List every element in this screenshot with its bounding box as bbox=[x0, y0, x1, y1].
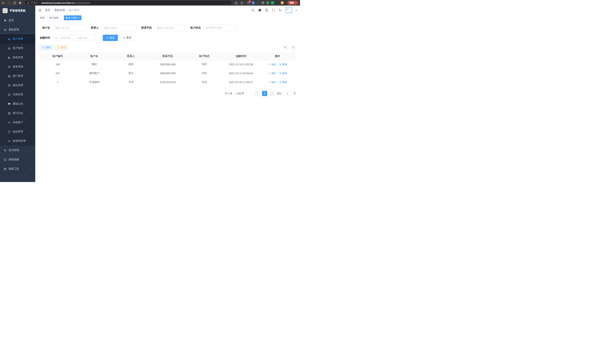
browser-back-icon[interactable] bbox=[2, 1, 5, 4]
tenant-table: 租户编号 租户名 联系人 联系手机 租户状态 创建时间 操作 108 测试 测试 bbox=[39, 53, 296, 87]
bookmark-star-icon[interactable] bbox=[240, 1, 244, 4]
column-operations: 操作 bbox=[259, 53, 296, 60]
sidebar-item-post-management[interactable]: 岗位管理 bbox=[0, 81, 35, 90]
refresh-icon bbox=[123, 37, 125, 39]
app-logo[interactable]: 芋道管理系统 bbox=[0, 6, 35, 16]
sidebar-item-payment-management[interactable]: 支付管理 bbox=[0, 146, 35, 155]
delete-link[interactable]: 删除 bbox=[279, 63, 287, 66]
cell-operations: 修改 删除 bbox=[259, 78, 296, 87]
page-number-button[interactable]: 1 bbox=[262, 91, 267, 96]
refresh-table-button[interactable] bbox=[290, 45, 296, 50]
log-icon bbox=[8, 112, 10, 115]
breadcrumb-separator: / bbox=[66, 9, 67, 12]
prev-page-button[interactable] bbox=[254, 91, 260, 96]
end-date-input[interactable] bbox=[75, 37, 89, 39]
help-icon[interactable] bbox=[265, 9, 268, 12]
page-size-select[interactable]: 10条/页 bbox=[234, 91, 252, 96]
browser-update-button[interactable]: 更新 bbox=[287, 1, 298, 5]
extension-icon[interactable] bbox=[262, 1, 264, 4]
fullscreen-icon[interactable] bbox=[272, 9, 275, 12]
delete-link[interactable]: 删除 bbox=[279, 72, 287, 75]
sidebar-item-user-management[interactable]: 用户管理 bbox=[0, 44, 35, 53]
sidebar-item-dev-tools[interactable]: 研发工具 bbox=[0, 164, 35, 173]
share-icon[interactable] bbox=[235, 1, 238, 4]
sidebar-item-system-management[interactable]: 系统管理 bbox=[0, 25, 35, 34]
breadcrumb-home[interactable]: 首页 bbox=[45, 9, 50, 12]
sidebar-item-role-management[interactable]: 角色管理 bbox=[0, 53, 35, 62]
start-date-input[interactable] bbox=[59, 37, 72, 39]
sidebar-item-dept-management[interactable]: 部门管理 bbox=[0, 71, 35, 81]
tab-dept-management[interactable]: 部门管理 × bbox=[47, 15, 63, 20]
create-time-range-picker[interactable]: - bbox=[53, 35, 96, 41]
column-contact: 联系人 bbox=[112, 53, 149, 60]
phone-input[interactable] bbox=[154, 25, 186, 31]
tenant-status-select[interactable]: 请选择租户状态 bbox=[203, 25, 237, 31]
search-icon bbox=[106, 37, 108, 39]
avatar-caret-icon[interactable] bbox=[296, 10, 297, 11]
tab-tenant-management[interactable]: 租户管理 × bbox=[64, 15, 82, 20]
search-button[interactable]: 搜索 bbox=[103, 35, 118, 41]
goto-page-input[interactable] bbox=[284, 91, 291, 96]
cell-phone: 15601691300 bbox=[149, 69, 186, 78]
sidebar-item-tenant-management[interactable]: 租户管理 bbox=[0, 34, 35, 44]
tenant-name-input[interactable] bbox=[53, 25, 86, 31]
extension-icon[interactable] bbox=[271, 1, 274, 4]
cell-status: 关闭 bbox=[186, 69, 223, 78]
close-icon[interactable]: × bbox=[78, 17, 80, 19]
browser-forward-icon[interactable] bbox=[7, 1, 10, 4]
column-status: 租户状态 bbox=[186, 53, 223, 60]
contact-input[interactable] bbox=[101, 25, 137, 31]
sidebar-item-infrastructure[interactable]: 基础设施 bbox=[0, 155, 35, 164]
sidebar-collapse-icon[interactable] bbox=[38, 9, 42, 12]
header-search-icon[interactable] bbox=[251, 9, 254, 12]
users-icon bbox=[8, 56, 10, 59]
sidebar-item-notice[interactable]: 通知公告 bbox=[0, 99, 35, 109]
export-button[interactable]: 导出 bbox=[55, 45, 68, 50]
system-management-submenu: 租户管理 用户管理 角色管理 菜单管理 部门管理 bbox=[0, 34, 35, 146]
sidebar-item-menu-management[interactable]: 菜单管理 bbox=[0, 62, 35, 71]
extension-icon[interactable] bbox=[266, 1, 269, 4]
breadcrumb-system-management[interactable]: 系统管理 bbox=[54, 9, 65, 12]
monitor-icon bbox=[4, 158, 7, 161]
sidebar-item-home[interactable]: 首页 bbox=[0, 16, 35, 25]
font-size-icon[interactable] bbox=[279, 9, 282, 12]
avatar[interactable] bbox=[286, 7, 292, 13]
sidebar-item-error-code-management[interactable]: 错误码管理 bbox=[0, 136, 35, 146]
sidebar-item-online-users[interactable]: 在线用户 bbox=[0, 118, 35, 127]
sidebar-item-dict-management[interactable]: 字典管理 bbox=[0, 90, 35, 99]
main-content: 租户名 联系人 联系手机 租户状态 请选择租户状态 bbox=[35, 21, 300, 182]
sidebar: 芋道管理系统 首页 系统管理 租户管理 用户管理 bbox=[0, 6, 35, 182]
toggle-search-button[interactable] bbox=[282, 45, 288, 50]
edit-link[interactable]: 修改 bbox=[268, 72, 276, 75]
browser-home-icon[interactable] bbox=[19, 1, 22, 4]
github-icon[interactable] bbox=[258, 9, 262, 12]
reset-button[interactable]: 重置 bbox=[120, 35, 135, 41]
phone-label: 联系手机 bbox=[141, 26, 152, 29]
sidebar-item-sms-management[interactable]: 短信管理 bbox=[0, 127, 35, 136]
browser-refresh-icon[interactable] bbox=[13, 1, 16, 4]
close-icon[interactable]: × bbox=[59, 17, 61, 19]
extension-icon[interactable]: 10 bbox=[247, 1, 250, 4]
gear-icon bbox=[4, 28, 7, 31]
cell-tenant-id: 108 bbox=[39, 60, 76, 69]
extension-icon[interactable] bbox=[281, 1, 284, 4]
extension-icon[interactable] bbox=[252, 1, 255, 4]
breadcrumb-separator: / bbox=[52, 9, 53, 12]
table-header-row: 租户编号 租户名 联系人 联系手机 租户状态 创建时间 操作 bbox=[39, 53, 296, 60]
next-page-button[interactable] bbox=[269, 91, 275, 96]
pagination: 共 3 条 10条/页 1 前往 页 bbox=[39, 91, 296, 96]
extension-icon[interactable] bbox=[276, 1, 279, 4]
add-button[interactable]: 新增 bbox=[39, 45, 53, 50]
address-bar[interactable]: 不安全 dashboard.yudao.iocoder.cn/system/te… bbox=[25, 1, 232, 5]
extension-icon[interactable] bbox=[257, 1, 260, 4]
cell-tenant-name: 测试租户 bbox=[76, 69, 113, 78]
cell-status: 开启 bbox=[186, 78, 223, 87]
browser-menu-icon[interactable] bbox=[295, 2, 297, 4]
edit-link[interactable]: 修改 bbox=[268, 63, 276, 66]
sidebar-item-audit-log[interactable]: 审计日志 bbox=[0, 109, 35, 118]
table-row: 107 测试租户 秃头 15601691300 关闭 2021-12-14 20… bbox=[39, 69, 296, 78]
delete-link[interactable]: 删除 bbox=[279, 81, 287, 84]
tab-home[interactable]: 首页 bbox=[38, 15, 46, 20]
chevron-down-icon bbox=[30, 159, 33, 161]
edit-link[interactable]: 修改 bbox=[268, 81, 276, 84]
